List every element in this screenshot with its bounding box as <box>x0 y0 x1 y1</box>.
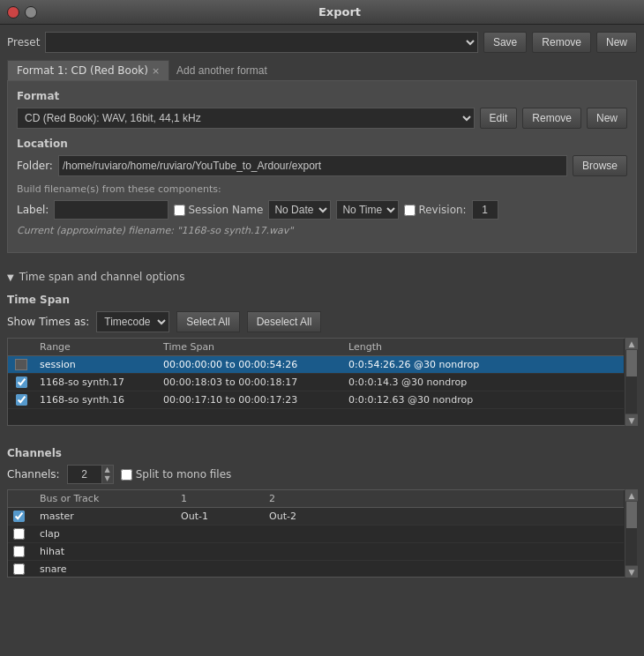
new-format-button[interactable]: New <box>587 108 627 129</box>
bus-table-wrapper: Bus or Track 1 2 master Out-1 Out-2 clap <box>7 489 637 578</box>
bus-row[interactable]: clap <box>8 526 624 543</box>
row-checkbox[interactable] <box>16 376 27 388</box>
timecode-select[interactable]: Timecode <box>96 311 169 332</box>
timespan-label: Time Span <box>7 294 637 306</box>
bus-row-name: clap <box>34 526 176 542</box>
bus-row-check[interactable] <box>8 508 34 525</box>
revision-input[interactable] <box>472 200 498 220</box>
table-row[interactable]: 1168-so synth.17 00:00:18:03 to 00:00:18… <box>8 374 624 391</box>
row-range: session <box>34 356 158 373</box>
col-range-header: Range <box>34 339 158 355</box>
new-preset-button[interactable]: New <box>596 32 637 53</box>
section-header-timespan[interactable]: ▼ Time span and channel options <box>7 267 637 287</box>
revision-checkbox[interactable] <box>404 205 416 216</box>
bus-scroll-up-icon[interactable]: ▲ <box>625 489 638 502</box>
bus-col-2: 2 <box>264 490 352 507</box>
bus-row-check[interactable] <box>8 526 34 542</box>
edit-format-button[interactable]: Edit <box>480 108 518 129</box>
preset-select[interactable] <box>45 32 478 53</box>
time-span-section: ▼ Time span and channel options Time Spa… <box>0 260 644 440</box>
row-check[interactable] <box>8 374 34 391</box>
bus-checkbox[interactable] <box>13 528 25 540</box>
channels-count-label: Channels: <box>7 468 60 481</box>
browse-button[interactable]: Browse <box>573 155 627 176</box>
row-length: 0:0:0:14.3 @30 nondrop <box>343 374 624 391</box>
format-tab-1[interactable]: Format 1: CD (Red Book) × <box>7 60 169 80</box>
show-times-row: Show Times as: Timecode Select All Desel… <box>7 311 637 332</box>
timespan-scrollbar[interactable]: ▲ ▼ <box>625 338 637 426</box>
bus-checkbox[interactable] <box>13 546 25 557</box>
preset-row: Preset Save Remove New <box>7 32 637 53</box>
deselect-all-button[interactable]: Deselect All <box>247 311 322 332</box>
timespan-section-label: Time span and channel options <box>19 271 185 283</box>
split-mono-checkbox[interactable] <box>121 469 132 481</box>
preset-label: Preset <box>7 36 40 48</box>
split-mono-wrap: Split to mono files <box>121 468 232 481</box>
channels-row: Channels: ▲ ▼ Split to mono files <box>7 465 637 484</box>
session-name-label: Session Name <box>188 204 263 216</box>
timespan-table[interactable]: Range Time Span Length session 00:00:00:… <box>7 338 637 426</box>
minimize-button[interactable] <box>25 6 37 19</box>
bus-scroll-thumb[interactable] <box>626 502 637 528</box>
date-select[interactable]: No Date <box>268 200 331 220</box>
remove-preset-button[interactable]: Remove <box>532 32 591 53</box>
table-row[interactable]: session 00:00:00:00 to 00:00:54:26 0:0:5… <box>8 356 624 374</box>
format-tab-close-icon[interactable]: × <box>152 65 160 77</box>
bus-checkbox[interactable] <box>13 511 25 522</box>
format-tab-label: Format 1: CD (Red Book) <box>17 64 148 77</box>
bus-row[interactable]: hihat <box>8 543 624 561</box>
row-check[interactable] <box>8 356 34 373</box>
channels-label: Channels <box>7 447 637 459</box>
bus-row-out1 <box>176 561 264 578</box>
scroll-down-icon[interactable]: ▼ <box>625 414 638 426</box>
bus-row[interactable]: snare <box>8 561 624 578</box>
bus-scrollbar[interactable]: ▲ ▼ <box>625 489 637 578</box>
add-format-button[interactable]: Add another format <box>169 61 274 80</box>
main-content: Preset Save Remove New Format 1: CD (Red… <box>0 25 644 260</box>
spin-up-icon[interactable]: ▲ <box>102 466 113 474</box>
bus-scroll-down-icon[interactable]: ▼ <box>625 565 638 578</box>
bus-row-extra <box>352 526 624 542</box>
row-length: 0:0:0:12.63 @30 nondrop <box>343 391 624 408</box>
row-range: 1168-so synth.16 <box>34 391 158 408</box>
scroll-thumb[interactable] <box>626 350 637 376</box>
row-range: 1168-so synth.17 <box>34 374 158 391</box>
tri-check-icon <box>15 359 27 370</box>
channels-section: Channels Channels: ▲ ▼ Split to mono fil… <box>0 440 644 585</box>
format-section-label: Format <box>17 90 627 102</box>
save-button[interactable]: Save <box>483 32 527 53</box>
bus-row-check[interactable] <box>8 561 34 578</box>
select-all-button[interactable]: Select All <box>176 311 239 332</box>
col-length-header: Length <box>343 339 624 355</box>
spin-down-icon[interactable]: ▼ <box>102 474 113 483</box>
row-check[interactable] <box>8 391 34 408</box>
remove-format-button[interactable]: Remove <box>522 108 581 129</box>
row-timespan: 00:00:17:10 to 00:00:17:23 <box>158 391 343 408</box>
close-button[interactable] <box>7 6 19 19</box>
row-checkbox[interactable] <box>16 394 27 406</box>
bus-row-out1 <box>176 526 264 542</box>
bus-table-header: Bus or Track 1 2 <box>8 490 624 508</box>
bus-row[interactable]: master Out-1 Out-2 <box>8 508 624 526</box>
bus-table[interactable]: Bus or Track 1 2 master Out-1 Out-2 clap <box>7 489 637 578</box>
current-filename: Current (approximate) filename: "1168-so… <box>17 225 627 236</box>
split-mono-label: Split to mono files <box>136 468 232 481</box>
revision-wrap: Revision: <box>404 204 466 216</box>
bus-checkbox[interactable] <box>13 563 25 575</box>
format-select[interactable]: CD (Red Book): WAV, 16bit, 44,1 kHz <box>17 108 475 129</box>
session-name-checkbox[interactable] <box>174 205 185 216</box>
bus-row-extra <box>352 508 624 525</box>
bus-row-check[interactable] <box>8 543 34 560</box>
time-select[interactable]: No Time <box>336 200 399 220</box>
folder-input[interactable] <box>58 155 567 176</box>
label-input[interactable] <box>54 200 168 220</box>
bus-row-out2 <box>264 526 352 542</box>
channels-input[interactable] <box>67 465 102 484</box>
scroll-up-icon[interactable]: ▲ <box>625 338 638 350</box>
row-timespan: 00:00:18:03 to 00:00:18:17 <box>158 374 343 391</box>
table-row[interactable]: 1168-so synth.16 00:00:17:10 to 00:00:17… <box>8 391 624 409</box>
bus-col-1: 1 <box>176 490 264 507</box>
bus-row-out2 <box>264 543 352 560</box>
bus-row-out2: Out-2 <box>264 508 352 525</box>
bus-col-name: Bus or Track <box>34 490 176 507</box>
